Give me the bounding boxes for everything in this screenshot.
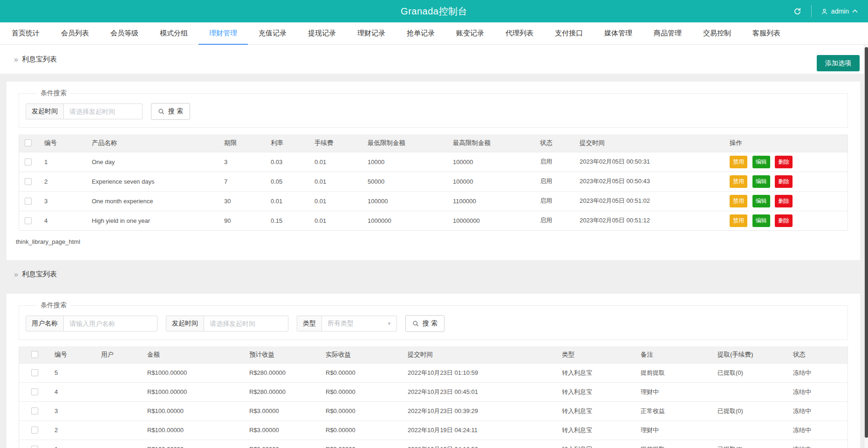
cell-submit-time: 2022年10月19日 04:16:50 xyxy=(403,440,557,448)
tab-trade-control[interactable]: 交易控制 xyxy=(692,22,742,45)
cell-product-name: High yield in one year xyxy=(87,211,219,230)
main-nav: 首页统计 会员列表 会员等级 模式分组 理财管理 充值记录 提现记录 理财记录 … xyxy=(0,22,868,45)
row-checkbox[interactable] xyxy=(31,446,38,448)
table-row: 2 Experience seven days 7 0.05 0.01 5000… xyxy=(19,172,847,191)
records-list-card: 条件搜索 用户名称 发起时间 类型 所有类型 ▼ xyxy=(7,294,860,448)
row-checkbox[interactable] xyxy=(31,369,38,376)
row-checkbox[interactable] xyxy=(25,198,32,205)
row-checkbox[interactable] xyxy=(25,217,32,224)
cell-max-limit: 10000000 xyxy=(448,211,535,230)
row-checkbox[interactable] xyxy=(31,427,38,434)
cell-submit-time: 2022年10月23日 00:45:01 xyxy=(403,382,557,401)
tab-payment-api[interactable]: 支付接口 xyxy=(544,22,594,45)
table-row: 1 One day 3 0.03 0.01 10000 100000 启用 20… xyxy=(19,152,847,172)
page-title: 利息宝列表 xyxy=(22,55,57,64)
start-time-input[interactable] xyxy=(64,104,142,119)
cell-withdraw-fee: 已提取(0) xyxy=(713,401,788,420)
tab-member-level[interactable]: 会员等级 xyxy=(100,22,149,45)
search-panel-2: 条件搜索 用户名称 发起时间 类型 所有类型 ▼ xyxy=(19,301,848,340)
disable-button[interactable]: 禁用 xyxy=(730,195,747,207)
delete-button[interactable]: 删除 xyxy=(775,175,793,188)
table-row: 1 R$100.00000 R$3.00000 R$0.00000 2022年1… xyxy=(19,440,847,448)
search-button-2[interactable]: 搜 索 xyxy=(405,315,444,332)
select-all-checkbox[interactable] xyxy=(25,139,32,146)
cell-remark: 提前提取 xyxy=(636,363,713,382)
edit-button[interactable]: 编辑 xyxy=(752,175,770,188)
cell-max-limit: 1100000 xyxy=(448,191,535,211)
breadcrumb: » 利息宝列表 xyxy=(14,55,57,64)
edit-button[interactable]: 编辑 xyxy=(752,214,770,227)
user-name-input[interactable] xyxy=(64,316,157,331)
delete-button[interactable]: 删除 xyxy=(775,214,793,227)
edit-button[interactable]: 编辑 xyxy=(752,195,770,207)
cell-submit-time: 2023年02月05日 00:50:43 xyxy=(575,172,725,191)
admin-menu[interactable]: admin xyxy=(817,0,861,22)
chevron-down-icon: ▼ xyxy=(387,321,392,326)
row-checkbox[interactable] xyxy=(25,159,32,165)
col-id: 编号 xyxy=(50,346,96,363)
row-checkbox[interactable] xyxy=(25,178,32,185)
col-fee: 手续费 xyxy=(310,134,363,152)
cell-status: 冻结中 xyxy=(788,420,847,440)
type-select[interactable]: 所有类型 ▼ xyxy=(322,316,396,331)
breadcrumb-2: » 利息宝列表 xyxy=(14,270,57,279)
add-option-button[interactable]: 添加选项 xyxy=(817,55,860,71)
search-icon xyxy=(158,108,165,115)
tab-account-change-records[interactable]: 账变记录 xyxy=(445,22,495,45)
cell-status: 启用 xyxy=(535,211,575,230)
delete-button[interactable]: 删除 xyxy=(775,156,793,168)
tab-order-grab-records[interactable]: 抢单记录 xyxy=(396,22,445,45)
col-status: 状态 xyxy=(788,346,847,363)
cell-expected-profit: R$280.00000 xyxy=(245,363,321,382)
disable-button[interactable]: 禁用 xyxy=(730,156,747,168)
tab-goods-manage[interactable]: 商品管理 xyxy=(643,22,692,45)
cell-status: 启用 xyxy=(535,152,575,172)
tab-service-list[interactable]: 客服列表 xyxy=(742,22,791,45)
tab-mode-group[interactable]: 模式分组 xyxy=(149,22,198,45)
cell-type: 转入利息宝 xyxy=(557,401,636,420)
cell-status: 冻结中 xyxy=(788,440,847,448)
tab-agent-list[interactable]: 代理列表 xyxy=(495,22,544,45)
cell-submit-time: 2023年02月05日 00:51:12 xyxy=(575,211,725,230)
col-rate: 利率 xyxy=(266,134,310,152)
tab-home-stats[interactable]: 首页统计 xyxy=(1,22,50,45)
cell-id: 3 xyxy=(50,401,96,420)
cell-type: 转入利息宝 xyxy=(557,440,636,448)
disable-button[interactable]: 禁用 xyxy=(730,175,747,188)
cell-user xyxy=(96,363,143,382)
edit-button[interactable]: 编辑 xyxy=(752,156,770,168)
disable-button[interactable]: 禁用 xyxy=(730,214,747,227)
delete-button[interactable]: 删除 xyxy=(775,195,793,207)
tab-media-manage[interactable]: 媒体管理 xyxy=(594,22,643,45)
tab-finance-manage[interactable]: 理财管理 xyxy=(198,22,248,45)
row-checkbox[interactable] xyxy=(31,407,38,414)
top-header-bar: Granada控制台 admin xyxy=(0,0,868,22)
tab-member-list[interactable]: 会员列表 xyxy=(50,22,100,45)
col-actions: 操作 xyxy=(725,134,847,152)
tab-finance-records[interactable]: 理财记录 xyxy=(347,22,396,45)
user-icon xyxy=(821,8,828,15)
col-expected-profit: 预计收益 xyxy=(245,346,321,363)
cell-withdraw-fee xyxy=(713,420,788,440)
cell-amount: R$1000.00000 xyxy=(143,382,245,401)
cell-id: 4 xyxy=(40,211,87,230)
cell-product-name: One day xyxy=(87,152,219,172)
cell-fee: 0.01 xyxy=(310,152,363,172)
tab-recharge-records[interactable]: 充值记录 xyxy=(248,22,297,45)
start-time-input[interactable] xyxy=(204,316,288,331)
col-term: 期限 xyxy=(219,134,266,152)
refresh-icon[interactable] xyxy=(790,0,806,22)
cell-max-limit: 100000 xyxy=(448,152,535,172)
select-all-checkbox[interactable] xyxy=(31,351,38,358)
cell-submit-time: 2022年10月19日 04:24:11 xyxy=(403,420,557,440)
start-time-label: 发起时间 xyxy=(166,316,204,331)
col-product-name: 产品名称 xyxy=(87,134,219,152)
search-button-1[interactable]: 搜 索 xyxy=(151,103,190,120)
cell-id: 3 xyxy=(40,191,87,211)
scrollbar-thumb[interactable] xyxy=(865,47,868,438)
row-checkbox[interactable] xyxy=(31,388,38,395)
cell-product-name: One month experience xyxy=(87,191,219,211)
col-status: 状态 xyxy=(535,134,575,152)
tab-withdraw-records[interactable]: 提现记录 xyxy=(297,22,347,45)
cell-fee: 0.01 xyxy=(310,172,363,191)
